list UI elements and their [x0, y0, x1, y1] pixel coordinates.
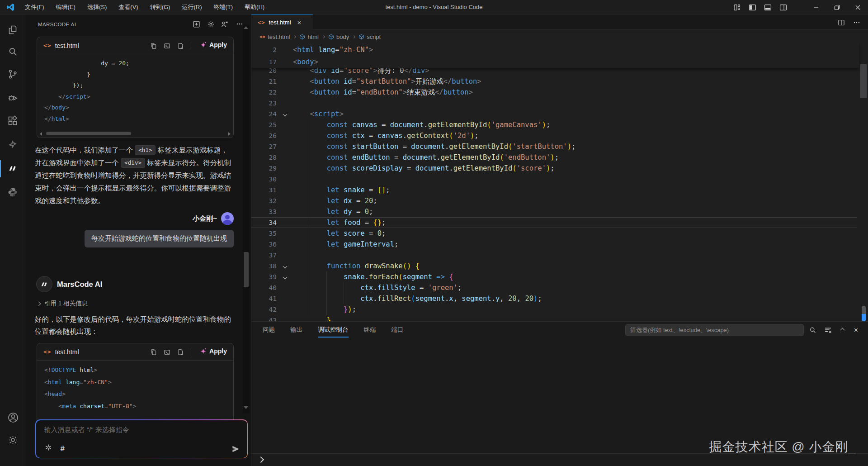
new-file-icon[interactable] [175, 347, 185, 357]
menu-item[interactable]: 帮助(H) [239, 0, 270, 14]
breadcrumb-item[interactable]: <>test.html [259, 33, 290, 40]
code-line[interactable]: 22 <button id="endButton">结束游戏</button> [251, 87, 857, 98]
breadcrumb-item[interactable]: script [359, 33, 381, 40]
close-window-button[interactable] [847, 0, 868, 14]
sidebar-scrollbar-thumb[interactable] [244, 252, 249, 287]
panel-tab[interactable]: 问题 [263, 322, 275, 338]
menu-item[interactable]: 查看(V) [113, 0, 144, 14]
scroll-up-arrow[interactable] [244, 26, 248, 29]
code-line[interactable]: 30 [251, 174, 857, 185]
copy-icon[interactable] [148, 41, 158, 51]
code-line[interactable]: 36 let gameInterval; [251, 239, 857, 250]
scroll-left-arrow[interactable] [40, 132, 42, 136]
breadcrumb-item[interactable]: html [299, 33, 319, 40]
scroll-down-arrow[interactable] [244, 406, 248, 409]
filter-search-icon[interactable] [807, 324, 819, 336]
menu-item[interactable]: 运行(R) [176, 0, 208, 14]
code-line[interactable]: 29 const scoreDisplay = document.getElem… [251, 163, 857, 174]
panel-tab[interactable]: 输出 [290, 322, 302, 338]
insert-code-icon[interactable] [162, 41, 172, 51]
marscode-ai-icon[interactable] [7, 163, 18, 174]
scroll-right-arrow[interactable] [228, 132, 231, 136]
new-file-icon[interactable] [175, 41, 185, 51]
console-prompt-chevron-icon[interactable] [258, 456, 264, 463]
copy-icon[interactable] [148, 347, 158, 357]
panel-tab[interactable]: 端口 [392, 322, 404, 338]
fold-chevron-icon[interactable] [283, 275, 287, 279]
send-icon[interactable] [231, 445, 240, 453]
toggle-secondary-sidebar-icon[interactable] [777, 1, 789, 14]
panel-tab[interactable]: 调试控制台 [318, 322, 349, 338]
menu-bar: 文件(F)编辑(E)选择(S)查看(V)转到(G)运行(R)终端(T)帮助(H) [19, 0, 270, 14]
run-and-debug-icon[interactable] [7, 92, 18, 103]
explorer-icon[interactable] [7, 24, 18, 35]
reference-toggle[interactable]: 引用 1 相关信息 [37, 300, 88, 308]
breadcrumb-item[interactable]: body [328, 33, 349, 40]
code-line[interactable]: 33 let dy = 0; [251, 206, 857, 217]
menu-item[interactable]: 编辑(E) [50, 0, 81, 14]
tab-close-icon[interactable]: × [297, 19, 302, 26]
code-line[interactable]: 43 } [251, 315, 857, 321]
tab-test-html[interactable]: <> test.html × [251, 14, 313, 30]
code-line[interactable]: 24 <script> [251, 109, 857, 119]
assistant-name: MarsCode AI [57, 280, 102, 289]
code-line[interactable]: 27 const startButton = document.getEleme… [251, 141, 857, 152]
source-control-icon[interactable] [7, 69, 18, 80]
clear-console-icon[interactable] [822, 324, 834, 336]
sidebar-settings-gear-icon[interactable] [205, 19, 216, 29]
code-line[interactable]: 25 const canvas = document.getElementByI… [251, 119, 857, 130]
code-line[interactable]: 39 snake.forEach(segment => { [251, 271, 857, 282]
insert-code-icon[interactable] [162, 347, 172, 357]
code-line[interactable]: 40 ctx.fillStyle = 'green'; [251, 282, 857, 293]
code-line[interactable]: 41 ctx.fillRect(segment.x, segment.y, 20… [251, 293, 857, 304]
settings-gear-icon[interactable] [7, 434, 18, 445]
code-line[interactable]: 37 [251, 250, 857, 261]
sticky-line[interactable]: 17<body> [251, 56, 859, 68]
breadcrumb-separator-icon [293, 35, 296, 38]
code-line[interactable]: 26 const ctx = canvas.getContext('2d'); [251, 130, 857, 141]
code-line[interactable]: 42 }); [251, 304, 857, 315]
toggle-primary-sidebar-icon[interactable] [746, 1, 759, 14]
fold-chevron-icon[interactable] [283, 112, 287, 116]
code-line[interactable]: 21 <button id="startButton">开始游戏</button… [251, 76, 857, 87]
customize-layout-icon[interactable] [731, 1, 743, 14]
menu-item[interactable]: 转到(G) [144, 0, 176, 14]
menu-item[interactable]: 终端(T) [208, 0, 239, 14]
console-filter-input[interactable] [625, 324, 804, 336]
maximize-panel-icon[interactable] [836, 324, 849, 336]
code-line[interactable]: 38 function drawSnake() { [251, 261, 857, 271]
chat-input[interactable]: 输入消息或者 "/" 来选择指令 # [36, 420, 247, 458]
menu-item[interactable]: 选择(S) [81, 0, 113, 14]
minimize-button[interactable] [806, 0, 826, 14]
apply-button[interactable]: Apply [198, 347, 229, 356]
slash-commands-icon[interactable] [44, 443, 53, 452]
new-chat-icon[interactable] [191, 19, 202, 29]
code-line[interactable]: 31 let snake = []; [251, 185, 857, 195]
apply-button[interactable]: Apply [198, 40, 229, 49]
panel-tab[interactable]: 终端 [364, 322, 376, 338]
editor-more-actions-icon[interactable] [851, 17, 863, 29]
split-editor-icon[interactable] [835, 17, 847, 29]
toggle-panel-icon[interactable] [761, 1, 774, 14]
menu-item[interactable]: 文件(F) [19, 0, 50, 14]
extension-pinwheel-icon[interactable] [7, 139, 18, 150]
code-line[interactable]: 35 let score = 0; [251, 228, 857, 239]
sidebar-scrollbar[interactable] [243, 24, 250, 414]
search-icon[interactable] [7, 46, 18, 57]
sticky-line[interactable]: 2<html lang="zh-CN"> [251, 43, 859, 56]
horizontal-scrollbar[interactable] [39, 131, 231, 136]
code-line[interactable]: 32 let dx = 20; [251, 195, 857, 206]
extensions-icon[interactable] [7, 115, 18, 126]
close-panel-icon[interactable]: × [850, 324, 862, 336]
restore-button[interactable] [826, 0, 847, 14]
fold-chevron-icon[interactable] [283, 264, 287, 268]
code-line[interactable]: 23 [251, 98, 857, 109]
editor-scrollbar-thumb[interactable] [860, 64, 867, 98]
add-context-icon[interactable]: # [61, 444, 65, 453]
code-line[interactable]: 28 const endButton = document.getElement… [251, 152, 857, 163]
scrollbar-thumb[interactable] [46, 132, 131, 135]
code-line[interactable]: 34 let food = {}; [251, 217, 857, 228]
profile-share-icon[interactable] [219, 19, 230, 29]
account-icon[interactable] [7, 412, 18, 423]
python-icon[interactable] [7, 187, 18, 198]
